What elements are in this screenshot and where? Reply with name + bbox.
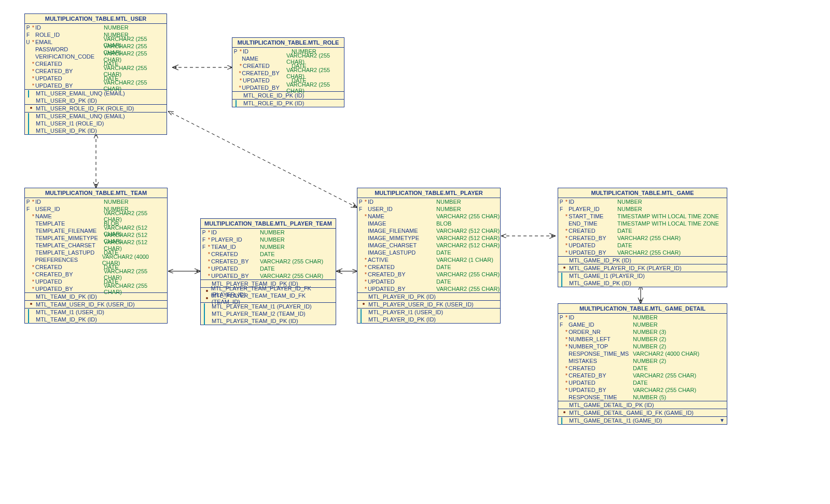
- constraint-label: MTL_GAME_ID_PK (ID): [569, 257, 631, 263]
- entity-user[interactable]: MULTIPLICATION_TABLE.MTL_USERP*IDNUMBERF…: [24, 13, 167, 135]
- column-row: *UPDATEDDATE: [201, 265, 336, 272]
- column-row: *NUMBER_LEFTNUMBER (2): [558, 335, 727, 343]
- idx-icon: [359, 317, 367, 323]
- column-row: END_TIMETIMESTAMP WITH LOCAL TIME ZONE: [558, 220, 727, 227]
- entity-role[interactable]: MULTIPLICATION_TABLE.MTL_ROLEP*IDNUMBERN…: [232, 37, 344, 107]
- column-type: DATE: [617, 228, 632, 234]
- column-type: VARCHAR2 (255 CHAR): [617, 249, 681, 256]
- entity-player_team[interactable]: MULTIPLICATION_TABLE.MTL_PLAYER_TEAMP*ID…: [200, 218, 336, 325]
- column-row: P*IDNUMBER: [201, 229, 336, 236]
- mandatory-indicator: *: [31, 213, 35, 219]
- key-indicator: U: [25, 39, 31, 45]
- mandatory-indicator: *: [31, 24, 35, 31]
- idx-icon: [203, 318, 210, 324]
- overflow-indicator-icon[interactable]: ▼: [720, 417, 725, 423]
- column-name: PREFERENCES: [35, 257, 102, 263]
- entity-player[interactable]: MULTIPLICATION_TABLE.MTL_PLAYERP*IDNUMBE…: [357, 188, 501, 324]
- idx-icon: [27, 310, 34, 315]
- entity-game_detail[interactable]: MULTIPLICATION_TABLE.MTL_GAME_DETAILP*ID…: [558, 303, 727, 425]
- column-row: P*IDNUMBER: [25, 24, 167, 31]
- constraint-label: MTL_TEAM_ID_PK (ID): [36, 293, 97, 300]
- column-row: *CREATED_BYVARCHAR2 (255 CHAR): [558, 234, 727, 242]
- column-type: VARCHAR2 (255 CHAR): [436, 271, 500, 277]
- pk-icon: [234, 93, 242, 99]
- column-name: UPDATED: [569, 380, 633, 386]
- column-name: IMAGE_MIMETYPE: [368, 235, 436, 241]
- column-row: P*IDNUMBER: [357, 198, 500, 205]
- mandatory-indicator: *: [364, 278, 368, 285]
- mandatory-indicator: *: [564, 213, 569, 219]
- column-type: VARCHAR2 (512 CHAR): [436, 228, 500, 234]
- mandatory-indicator: *: [238, 70, 242, 76]
- entity-title: MULTIPLICATION_TABLE.MTL_PLAYER: [357, 188, 500, 198]
- column-name: PASSWORD: [35, 46, 104, 52]
- column-type: VARCHAR2 (512 CHAR): [436, 242, 500, 248]
- column-row: TEMPLATE_CHARSETVARCHAR2 (512 CHAR): [25, 242, 167, 249]
- constraint-label: MTL_ROLE_ID_PK (ID): [243, 100, 304, 106]
- constraint-label: MTL_USER_ROLE_ID_FK (ROLE_ID): [36, 105, 134, 111]
- column-type: NUMBER: [436, 206, 461, 212]
- column-name: VERIFICATION_CODE: [35, 53, 104, 60]
- column-name: UPDATED: [35, 75, 104, 81]
- constraint-row: MTL_PLAYER_TEAM_TEAM_ID_FK (TEAM_ID): [201, 295, 336, 302]
- mandatory-indicator: *: [31, 286, 35, 292]
- idx-icon: [27, 114, 34, 119]
- key-indicator: P: [25, 25, 31, 31]
- mandatory-indicator: *: [207, 229, 211, 235]
- mandatory-indicator: *: [31, 39, 35, 45]
- column-type: DATE: [260, 265, 275, 272]
- column-name: IMAGE_CHARSET: [368, 242, 436, 248]
- column-name: CREATED: [243, 63, 292, 69]
- column-name: NUMBER_LEFT: [569, 336, 633, 342]
- column-row: NAMEVARCHAR2 (255 CHAR): [232, 55, 344, 62]
- column-name: CREATED_BY: [35, 68, 104, 74]
- mandatory-indicator: *: [364, 286, 368, 292]
- key-indicator: F: [201, 237, 207, 243]
- column-name: CREATED_BY: [242, 70, 286, 76]
- column-name: ID: [211, 229, 260, 235]
- column-row: FPLAYER_IDNUMBER: [558, 205, 727, 213]
- mandatory-indicator: *: [564, 249, 569, 256]
- mandatory-indicator: *: [31, 68, 35, 74]
- column-row: *CREATED_BYVARCHAR2 (255 CHAR): [558, 372, 727, 379]
- entity-game[interactable]: MULTIPLICATION_TABLE.MTL_GAMEP*IDNUMBERF…: [558, 188, 727, 287]
- column-type: NUMBER: [436, 199, 461, 205]
- column-name: UPDATED_BY: [211, 273, 260, 279]
- constraint-row: MTL_TEAM_ID_PK (ID): [25, 316, 167, 323]
- column-name: PLAYER_ID: [569, 206, 617, 212]
- key-indicator: P: [232, 49, 239, 54]
- column-type: DATE: [436, 249, 451, 256]
- column-name: CREATED: [368, 264, 436, 270]
- mandatory-indicator: *: [31, 271, 35, 277]
- pk-icon: [560, 402, 568, 408]
- column-name: END_TIME: [569, 220, 617, 227]
- mandatory-indicator: *: [364, 213, 368, 219]
- constraint-label: MTL_PLAYER_ID_PK (ID): [368, 293, 436, 300]
- idx-icon: [560, 273, 568, 279]
- column-row: *UPDATEDDATE: [558, 242, 727, 249]
- key-indicator: P: [25, 199, 31, 205]
- constraint-label: MTL_PLAYER_USER_ID_FK (USER_ID): [368, 301, 474, 307]
- key-indicator: F: [25, 206, 31, 212]
- column-row: *START_TIMETIMESTAMP WITH LOCAL TIME ZON…: [558, 213, 727, 220]
- column-row: *UPDATEDDATE: [558, 379, 727, 386]
- constraint-row: MTL_GAME_PLAYER_ID_FK (PLAYER_ID): [558, 264, 727, 272]
- constraint-label: MTL_GAME_DETAIL_GAME_ID_FK (GAME_ID): [569, 410, 694, 416]
- column-type: VARCHAR2 (512 CHAR): [436, 235, 500, 241]
- column-name: ID: [243, 48, 292, 54]
- mandatory-indicator: *: [207, 244, 211, 250]
- column-row: P*IDNUMBER: [558, 314, 727, 321]
- constraint-row: MTL_USER_ROLE_ID_FK (ROLE_ID): [25, 105, 167, 112]
- column-type: NUMBER (3): [633, 329, 666, 335]
- column-row: *CREATEDDATE: [558, 365, 727, 372]
- mandatory-indicator: *: [564, 343, 569, 349]
- column-name: NUMBER_TOP: [569, 343, 633, 349]
- column-type: NUMBER (2): [633, 358, 666, 364]
- column-row: FGAME_IDNUMBER: [558, 321, 727, 328]
- column-name: IMAGE_LASTUPD: [368, 249, 436, 256]
- mandatory-indicator: *: [31, 278, 35, 285]
- column-row: *UPDATED_BYVARCHAR2 (255 CHAR): [558, 386, 727, 394]
- column-name: PLAYER_ID: [211, 236, 260, 243]
- column-type: NUMBER (5): [633, 394, 666, 400]
- entity-team[interactable]: MULTIPLICATION_TABLE.MTL_TEAMP*IDNUMBERF…: [24, 188, 168, 324]
